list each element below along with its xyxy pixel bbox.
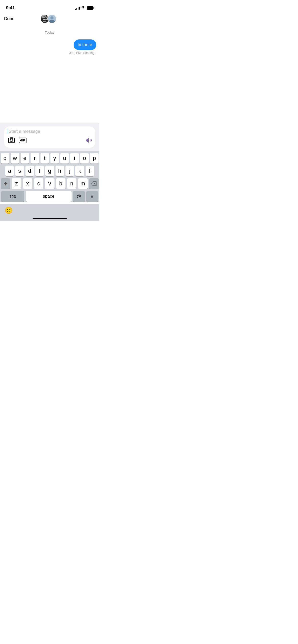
key-l[interactable]: l xyxy=(86,166,94,176)
key-e[interactable]: e xyxy=(21,153,29,164)
message-bubble: hi there xyxy=(74,39,96,50)
key-u[interactable]: u xyxy=(60,153,69,164)
key-s[interactable]: s xyxy=(15,166,24,176)
input-left-icons: GIF xyxy=(8,137,26,144)
header: Done LIKE ARAT MEYOU ARE xyxy=(0,12,99,26)
backspace-key[interactable] xyxy=(89,178,99,189)
messages-container: hi there 3:32 PM · Sending. xyxy=(0,39,99,55)
key-t[interactable]: t xyxy=(40,153,49,164)
home-indicator xyxy=(33,218,67,219)
status-bar: 9:41 xyxy=(0,0,99,12)
wifi-icon xyxy=(81,6,85,10)
cursor xyxy=(8,129,8,134)
battery-icon xyxy=(87,6,93,10)
input-actions: GIF xyxy=(8,137,92,144)
key-o[interactable]: o xyxy=(80,153,89,164)
keyboard: q w e r t y u i o p a s d f g h j k l z … xyxy=(0,151,99,202)
key-c[interactable]: c xyxy=(34,178,43,189)
message-time: 3:32 PM xyxy=(69,51,81,55)
keyboard-row-2: a s d f g h j k l xyxy=(1,166,99,176)
keyboard-row-1: q w e r t y u i o p xyxy=(1,153,99,164)
voice-button[interactable] xyxy=(86,138,92,143)
avatar-person xyxy=(47,14,57,23)
key-f[interactable]: f xyxy=(35,166,44,176)
key-k[interactable]: k xyxy=(75,166,84,176)
key-b[interactable]: b xyxy=(56,178,65,189)
key-y[interactable]: y xyxy=(50,153,59,164)
home-indicator-wrap xyxy=(0,218,99,221)
key-d[interactable]: d xyxy=(25,166,34,176)
svg-text:GIF: GIF xyxy=(20,139,25,142)
bottom-bar: 🙂 xyxy=(0,204,99,218)
shift-key[interactable] xyxy=(1,178,10,189)
key-p[interactable]: p xyxy=(90,153,99,164)
input-box[interactable]: Start a message GIF xyxy=(4,126,95,148)
key-r[interactable]: r xyxy=(31,153,39,164)
key-q[interactable]: q xyxy=(1,153,9,164)
date-label: Today xyxy=(0,31,99,34)
message-status: Sending. xyxy=(83,51,95,55)
header-avatars: LIKE ARAT MEYOU ARE xyxy=(40,14,57,23)
svg-point-1 xyxy=(50,16,53,19)
key-a[interactable]: a xyxy=(5,166,14,176)
key-g[interactable]: g xyxy=(45,166,54,176)
message-row: hi there xyxy=(3,39,96,50)
svg-point-4 xyxy=(10,139,13,142)
message-input[interactable]: Start a message xyxy=(8,129,92,134)
avatar-stack: LIKE ARAT MEYOU ARE xyxy=(40,14,57,23)
signal-icon xyxy=(75,6,80,10)
gif-button[interactable]: GIF xyxy=(19,137,26,144)
key-x[interactable]: x xyxy=(23,178,32,189)
keyboard-row-3: z x c v b n m xyxy=(1,178,99,189)
done-button[interactable]: Done xyxy=(4,16,15,21)
chat-area: Today hi there 3:32 PM · Sending. xyxy=(0,26,99,123)
key-n[interactable]: n xyxy=(67,178,76,189)
status-icons xyxy=(75,6,93,10)
keyboard-row-4: 123 space @ # xyxy=(1,191,99,202)
photo-button[interactable] xyxy=(8,137,15,144)
input-placeholder-text: Start a message xyxy=(9,129,40,134)
space-key[interactable]: space xyxy=(26,191,72,202)
key-j[interactable]: j xyxy=(65,166,74,176)
key-v[interactable]: v xyxy=(45,178,54,189)
key-z[interactable]: z xyxy=(12,178,21,189)
input-area: Start a message GIF xyxy=(0,123,99,151)
key-i[interactable]: i xyxy=(70,153,79,164)
key-m[interactable]: m xyxy=(78,178,87,189)
message-meta: 3:32 PM · Sending. xyxy=(3,51,96,55)
hash-key[interactable]: # xyxy=(86,191,98,202)
numbers-key[interactable]: 123 xyxy=(1,191,24,202)
at-key[interactable]: @ xyxy=(73,191,85,202)
key-h[interactable]: h xyxy=(56,166,64,176)
status-time: 9:41 xyxy=(6,5,15,10)
key-w[interactable]: w xyxy=(11,153,19,164)
message-separator: · xyxy=(82,51,83,55)
emoji-button[interactable]: 🙂 xyxy=(4,206,13,215)
